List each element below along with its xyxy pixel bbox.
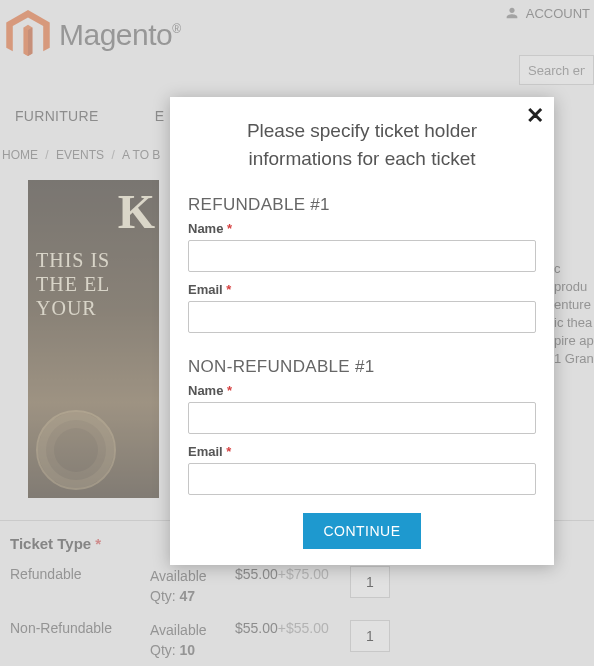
name-label: Name * bbox=[188, 383, 536, 398]
ticket-option-name: Refundable bbox=[10, 566, 150, 582]
close-icon[interactable]: ✕ bbox=[526, 105, 544, 127]
image-swirl bbox=[36, 410, 116, 490]
ticket-option-avail: Available Qty: 47 bbox=[150, 566, 235, 606]
product-image: K THIS IS THE EL YOUR bbox=[28, 180, 159, 498]
logo[interactable]: Magento® bbox=[3, 10, 181, 60]
image-tagline: THIS IS THE EL YOUR bbox=[36, 248, 110, 320]
email-input[interactable] bbox=[188, 301, 536, 333]
account-link[interactable]: ACCOUNT bbox=[504, 5, 594, 21]
ticket-option-avail: Available Qty: 10 bbox=[150, 620, 235, 660]
magento-icon bbox=[3, 10, 53, 60]
account-label: ACCOUNT bbox=[526, 6, 590, 21]
ticket-qty-input[interactable] bbox=[350, 566, 390, 598]
product-description: c produ enture ic thea pire ap 1 Gran bbox=[554, 260, 594, 368]
breadcrumb-events[interactable]: EVENTS bbox=[56, 148, 104, 162]
ticket-holder-modal: ✕ Please specify ticket holder informati… bbox=[170, 97, 554, 565]
search-box bbox=[519, 55, 594, 85]
modal-title: Please specify ticket holder information… bbox=[218, 117, 506, 173]
breadcrumb-home[interactable]: HOME bbox=[2, 148, 38, 162]
breadcrumb: HOME / EVENTS / A TO B bbox=[0, 148, 162, 162]
continue-button[interactable]: CONTINUE bbox=[303, 513, 420, 549]
search-input[interactable] bbox=[519, 55, 594, 85]
name-input[interactable] bbox=[188, 240, 536, 272]
email-label: Email * bbox=[188, 444, 536, 459]
ticket-option-row: Non-Refundable Available Qty: 10 $55.00+… bbox=[10, 620, 584, 660]
ticket-option-name: Non-Refundable bbox=[10, 620, 150, 636]
ticket-option-price: $55.00+$55.00 bbox=[235, 620, 350, 636]
nav-item-e[interactable]: E bbox=[155, 108, 165, 124]
modal-section-title: REFUNDABLE #1 bbox=[188, 195, 536, 215]
user-icon bbox=[504, 5, 520, 21]
name-label: Name * bbox=[188, 221, 536, 236]
name-input[interactable] bbox=[188, 402, 536, 434]
breadcrumb-current: A TO B bbox=[122, 148, 160, 162]
ticket-option-price: $55.00+$75.00 bbox=[235, 566, 350, 582]
ticket-qty-input[interactable] bbox=[350, 620, 390, 652]
image-letter: K bbox=[118, 184, 155, 239]
email-label: Email * bbox=[188, 282, 536, 297]
ticket-option-row: Refundable Available Qty: 47 $55.00+$75.… bbox=[10, 566, 584, 606]
email-input[interactable] bbox=[188, 463, 536, 495]
modal-section-title: NON-REFUNDABLE #1 bbox=[188, 357, 536, 377]
nav-item-furniture[interactable]: FURNITURE bbox=[15, 108, 99, 124]
logo-text: Magento® bbox=[59, 18, 181, 52]
